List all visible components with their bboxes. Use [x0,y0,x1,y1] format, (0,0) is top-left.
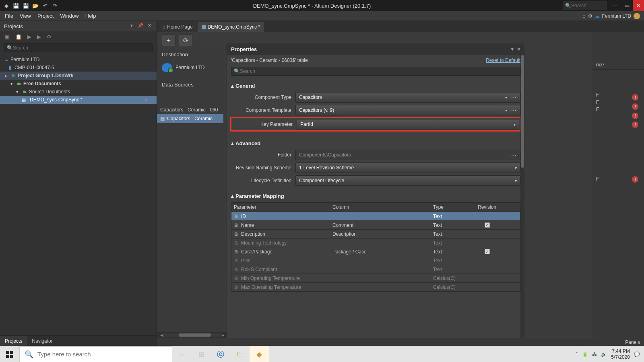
data-source-item-1[interactable]: ▦'Capacitors - Ceramic [157,114,223,123]
data-source-item-0[interactable]: Capacitors - Ceramic - 060 [157,105,223,114]
home-icon[interactable]: ⌂ [582,13,585,19]
properties-search[interactable]: 🔍 [231,67,520,76]
table-row[interactable]: 🗎DescriptionDescriptionText [231,229,520,238]
tab-navigator[interactable]: Navigator [27,336,57,346]
workspace-name[interactable]: Fermium LTD [602,13,631,19]
maximize-button[interactable]: ▭ [621,0,633,11]
proj-tool-3[interactable]: ▶ [27,34,31,40]
table-row[interactable]: 🗎Case/PackagePackage / CaseText✓ [231,247,520,256]
properties-search-input[interactable] [240,68,518,74]
tree-item-cmp[interactable]: ▮CMP-001-00047-5 [0,64,157,72]
col-header-revision[interactable]: Revision [471,204,503,210]
table-row[interactable]: 🗎PinsText [231,256,520,265]
redo-icon[interactable]: ↷ [52,2,58,9]
search-icon: 🔍 [7,45,13,51]
proj-tool-1[interactable]: ▣ [5,34,10,40]
tray-clock[interactable]: 7:44 PM 5/7/2020 [611,348,630,360]
group-parameter-mapping[interactable]: ▴Parameter Mapping [231,193,520,199]
group-general[interactable]: ▴General [231,83,520,89]
key-parameter-combo[interactable]: PartId▾ [297,119,519,130]
taskbar-search[interactable]: 🔍 [19,346,172,362]
tree-project-group[interactable]: ▸🗎Project Group 1.DsnWrk [0,72,157,80]
global-search[interactable]: 🔍 [563,1,607,10]
edge-icon[interactable]: ⓔ [211,346,230,362]
add-button[interactable]: ＋ [162,34,175,46]
table-row[interactable]: 🗎NameCommentText✓ [231,220,520,229]
panel-close-icon[interactable]: ✕ [146,23,153,29]
panel-close-icon[interactable]: ✕ [517,47,520,52]
table-row[interactable]: 🗎Min Operating TemperatureCelsius(C) [231,274,520,282]
tab-projects[interactable]: Projects [0,336,27,346]
menu-view[interactable]: View [17,13,34,19]
refresh-button[interactable]: ⟳ [179,34,192,46]
error-badge[interactable]: ! [632,113,638,119]
proj-tool-2[interactable]: 📋 [15,34,22,40]
horizontal-scrollbar[interactable]: ◂▸ [157,332,227,338]
col-header-column[interactable]: Column [330,204,431,210]
error-badge[interactable]: ! [632,103,638,110]
tray-volume-icon[interactable]: 🔈 [601,352,607,357]
panel-dropdown-icon[interactable]: ▾ [511,47,514,52]
ellipsis-icon[interactable]: ⋯ [511,107,517,113]
tab-demo-sync[interactable]: ▦DEMO_sync.CmpSync * [198,22,264,32]
altium-icon[interactable]: ◆ [250,346,269,362]
tree-workspace[interactable]: ☁Fermium LTD [0,56,157,64]
error-badge[interactable]: ! [632,176,638,183]
global-search-input[interactable] [571,3,603,8]
save-icon[interactable]: 💾 [13,2,19,9]
table-row[interactable]: 🗎RoHS CompliantText [231,265,520,274]
tray-network-icon[interactable]: 🖧 [592,352,597,357]
save-all-icon[interactable]: 💾 [23,2,29,9]
task-view-icon[interactable]: ⊞ [192,346,211,362]
proj-tool-gear[interactable]: ⚙ [47,34,52,40]
menu-help[interactable]: Help [82,13,99,19]
minimize-button[interactable]: — [610,0,621,11]
table-row[interactable]: 🗎Mounting TechnologyText [231,238,520,247]
open-icon[interactable]: 📂 [32,2,39,9]
table-row[interactable]: 🗎Max Operating TemperatureCelsius(C) [231,282,520,291]
component-template-combo[interactable]: Capacitors (v. 9)▾⋯ [295,105,520,115]
revision-scheme-combo[interactable]: 1-Level Revision Scheme▾ [295,162,520,173]
table-row[interactable]: 🗎IDText [231,212,520,220]
projects-search[interactable]: 🔍 [4,43,153,52]
reset-to-default-link[interactable]: Reset to Default [486,58,520,63]
tray-battery-icon[interactable]: 🔋 [582,352,588,357]
explorer-icon[interactable]: 🗀 [230,346,250,362]
cloud-icon[interactable]: ☁ [595,13,600,19]
cortana-icon[interactable]: ○ [172,346,192,362]
proj-tool-4[interactable]: ▶ [37,34,41,40]
panels-button[interactable]: Panels [625,339,640,345]
tree-free-documents[interactable]: ▾🖿Free Documents [0,80,157,88]
menu-project[interactable]: Project [34,13,57,19]
col-header-parameter[interactable]: Parameter [231,204,330,210]
tab-home-page[interactable]: ⌂Home Page [159,22,197,32]
start-button[interactable] [0,346,19,362]
lifecycle-combo[interactable]: Component Lifecycle▾ [295,175,520,186]
col-header-type[interactable]: Type [431,204,471,210]
destination-item[interactable]: Fermium LTD [157,61,223,78]
tree-source-documents[interactable]: ▾🖿Source Documents [0,88,157,96]
avatar[interactable] [634,13,640,19]
taskbar-search-input[interactable] [37,351,167,358]
action-center-icon[interactable]: 💬 [634,352,640,357]
menu-file[interactable]: File [2,13,17,19]
ellipsis-icon[interactable]: ⋯ [511,95,517,101]
tree-doc-demo-sync[interactable]: ▦DEMO_sync.CmpSync *D [0,96,157,104]
folder-field[interactable]: Components\Capacitors⋯ [295,150,520,160]
gear-icon[interactable]: ⚙ [588,13,592,19]
undo-icon[interactable]: ↶ [42,2,48,9]
revision-checkbox[interactable]: ✓ [485,222,490,228]
panel-pin-icon[interactable]: 📌 [137,23,144,29]
menu-window[interactable]: Window [57,13,82,19]
properties-scrollbar[interactable] [520,55,524,338]
revision-checkbox[interactable]: ✓ [485,249,490,254]
error-badge[interactable]: ! [632,121,638,128]
component-type-combo[interactable]: Capacitors▾⋯ [295,92,520,103]
error-badge[interactable]: ! [632,94,638,101]
close-button[interactable]: ✕ [633,0,644,11]
ellipsis-icon[interactable]: ⋯ [511,152,517,158]
projects-search-input[interactable] [13,45,150,51]
group-advanced[interactable]: ▴Advanced [231,140,520,146]
tray-chevron-icon[interactable]: ˄ [576,352,578,357]
panel-dropdown-icon[interactable]: ▾ [128,23,135,29]
